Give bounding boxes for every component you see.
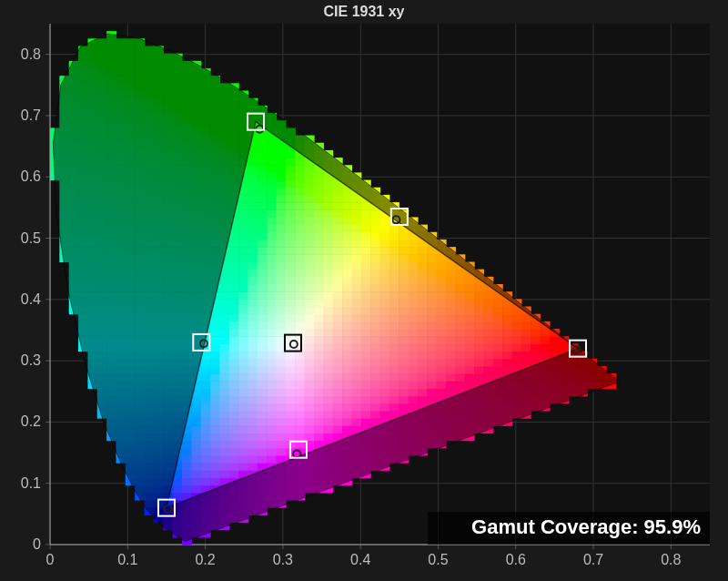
svg-rect-2053 <box>437 359 447 367</box>
svg-rect-1427 <box>286 277 296 285</box>
svg-rect-1608 <box>323 366 333 374</box>
svg-rect-1701 <box>342 336 352 344</box>
svg-rect-1101 <box>229 247 239 255</box>
svg-rect-1084 <box>229 373 239 382</box>
svg-rect-1088 <box>229 343 239 352</box>
svg-rect-1428 <box>286 270 296 278</box>
svg-rect-1188 <box>248 463 258 471</box>
svg-rect-1855 <box>380 381 390 389</box>
svg-rect-1653 <box>333 366 343 374</box>
svg-rect-1380 <box>277 247 287 255</box>
svg-rect-1862 <box>380 329 390 337</box>
svg-rect-1264 <box>258 314 268 322</box>
svg-rect-1361 <box>277 388 287 396</box>
svg-rect-2062 <box>437 291 447 300</box>
svg-rect-1832 <box>370 270 380 278</box>
svg-rect-1691 <box>342 411 352 419</box>
svg-rect-1406 <box>286 433 296 441</box>
svg-rect-1246 <box>258 448 268 456</box>
svg-rect-1790 <box>361 291 371 300</box>
svg-rect-1280 <box>258 195 268 203</box>
svg-rect-1964 <box>409 343 419 352</box>
svg-rect-2179 <box>483 336 493 344</box>
svg-rect-760 <box>182 477 192 485</box>
svg-rect-1209 <box>248 307 258 315</box>
svg-rect-1835 <box>370 247 380 255</box>
svg-rect-1033 <box>219 314 229 322</box>
svg-rect-1321 <box>267 291 277 300</box>
svg-rect-1199 <box>248 381 258 389</box>
svg-rect-1675 <box>333 202 343 210</box>
svg-rect-1522 <box>305 299 315 307</box>
svg-rect-1221 <box>248 217 258 225</box>
svg-rect-1317 <box>267 321 277 330</box>
svg-text:0: 0 <box>33 536 41 552</box>
svg-rect-1132 <box>238 455 248 464</box>
svg-rect-1200 <box>248 373 258 382</box>
svg-rect-1340 <box>267 150 277 158</box>
svg-rect-2083 <box>446 336 456 344</box>
svg-rect-1896 <box>389 343 399 352</box>
svg-rect-1460 <box>295 403 305 412</box>
svg-rect-955 <box>210 441 220 449</box>
svg-rect-1877 <box>380 217 390 225</box>
svg-rect-1276 <box>258 225 268 233</box>
svg-rect-1651 <box>333 381 343 389</box>
svg-rect-1971 <box>409 291 419 300</box>
svg-rect-1581 <box>314 217 324 225</box>
svg-rect-1787 <box>361 314 371 322</box>
svg-rect-2058 <box>437 321 447 330</box>
svg-rect-1775 <box>361 403 371 412</box>
svg-rect-1077 <box>229 425 239 433</box>
svg-text:0.7: 0.7 <box>583 552 603 567</box>
svg-rect-1604 <box>323 396 333 404</box>
svg-rect-1375 <box>277 284 287 292</box>
svg-rect-2155 <box>474 352 484 360</box>
svg-rect-1531 <box>305 232 315 240</box>
svg-rect-1907 <box>389 261 399 270</box>
svg-rect-1704 <box>342 314 352 322</box>
svg-rect-1892 <box>389 373 399 382</box>
svg-rect-1554 <box>314 418 324 426</box>
svg-rect-2034 <box>427 284 437 292</box>
svg-rect-1778 <box>361 381 371 389</box>
svg-rect-2080 <box>446 359 456 367</box>
svg-rect-1740 <box>351 359 361 367</box>
svg-rect-1709 <box>342 277 352 285</box>
svg-rect-1444 <box>286 150 296 158</box>
svg-rect-901 <box>201 381 211 389</box>
svg-rect-2252 <box>521 329 531 337</box>
svg-rect-1926 <box>399 381 409 389</box>
svg-rect-1836 <box>370 240 380 248</box>
svg-rect-1288 <box>258 136 268 144</box>
svg-text:0.4: 0.4 <box>350 552 370 567</box>
svg-rect-1662 <box>333 299 343 307</box>
svg-rect-1777 <box>361 388 371 396</box>
svg-rect-1194 <box>248 418 258 426</box>
chart-title: CIE 1931 xy <box>324 4 405 19</box>
svg-rect-1854 <box>380 388 390 396</box>
svg-rect-1905 <box>389 277 399 285</box>
svg-rect-2103 <box>455 381 465 389</box>
svg-rect-1417 <box>286 352 296 360</box>
svg-rect-1145 <box>238 359 248 367</box>
svg-rect-1753 <box>351 261 361 270</box>
svg-rect-1266 <box>258 299 268 307</box>
svg-rect-1822 <box>370 343 380 352</box>
svg-rect-1474 <box>295 299 305 307</box>
svg-rect-1310 <box>267 373 277 382</box>
svg-rect-1220 <box>248 225 258 233</box>
svg-rect-969 <box>210 336 220 344</box>
svg-rect-1523 <box>305 291 315 300</box>
svg-rect-1612 <box>323 336 333 344</box>
svg-rect-1872 <box>380 254 390 262</box>
svg-rect-1937 <box>399 299 409 307</box>
svg-rect-1749 <box>351 291 361 300</box>
svg-rect-1218 <box>248 240 258 248</box>
svg-rect-2139 <box>465 299 475 307</box>
svg-rect-1802 <box>361 202 371 210</box>
svg-rect-2277 <box>541 343 551 352</box>
svg-rect-1526 <box>305 270 315 278</box>
svg-rect-1358 <box>277 411 287 419</box>
svg-rect-1861 <box>380 336 390 344</box>
